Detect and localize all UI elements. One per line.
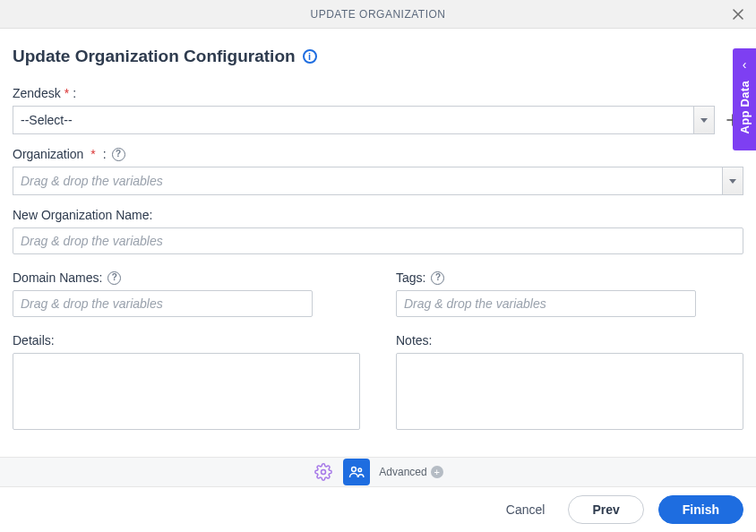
svg-point-0	[322, 470, 326, 475]
svg-point-2	[358, 468, 362, 472]
help-icon[interactable]: ?	[107, 271, 121, 285]
field-zendesk: Zendesk *: --Select--	[13, 86, 743, 134]
tabstrip: Advanced +	[0, 457, 756, 487]
field-notes-label-row: Notes:	[396, 333, 743, 348]
app-data-panel-toggle[interactable]: ‹ App Data	[733, 48, 756, 150]
field-new-org-name-label-row: New Organization Name:	[13, 208, 743, 222]
footer: Cancel Prev Finish	[0, 487, 756, 532]
svg-point-1	[352, 468, 357, 472]
field-notes-label: Notes:	[396, 333, 432, 348]
field-new-org-name: New Organization Name:	[13, 208, 743, 254]
field-domain-names-label-row: Domain Names: ?	[13, 270, 360, 285]
advanced-label: Advanced	[379, 466, 426, 478]
organization-select[interactable]: Drag & drop the variables	[13, 167, 743, 195]
cancel-button[interactable]: Cancel	[497, 497, 554, 522]
required-marker: *	[87, 147, 99, 161]
app-data-label: App Data	[738, 81, 752, 133]
zendesk-select[interactable]: --Select--	[13, 106, 715, 134]
field-tags: Tags: ?	[396, 270, 743, 317]
users-tile-icon[interactable]	[343, 459, 370, 485]
field-details: Details:	[13, 333, 360, 433]
prev-button[interactable]: Prev	[568, 495, 643, 524]
page-title-text: Update Organization Configuration	[13, 47, 296, 66]
finish-button[interactable]: Finish	[658, 495, 743, 524]
titlebar: UPDATE ORGANIZATION	[0, 0, 756, 29]
chevron-down-icon[interactable]	[693, 106, 715, 134]
page-title: Update Organization Configuration i	[13, 47, 743, 66]
help-icon[interactable]: ?	[431, 271, 444, 285]
field-tags-label: Tags:	[396, 270, 425, 285]
form-content: Update Organization Configuration i Zend…	[0, 29, 756, 433]
colon: :	[73, 86, 76, 100]
field-domain-names: Domain Names: ?	[13, 270, 360, 317]
field-zendesk-label-row: Zendesk *:	[13, 86, 743, 100]
field-domain-names-label: Domain Names:	[13, 270, 102, 285]
gear-icon[interactable]	[313, 461, 334, 483]
details-textarea[interactable]	[13, 353, 360, 430]
advanced-button[interactable]: Advanced +	[379, 466, 442, 478]
domain-names-input[interactable]	[13, 290, 313, 317]
notes-textarea[interactable]	[396, 353, 743, 430]
info-icon[interactable]: i	[303, 49, 317, 64]
field-notes: Notes:	[396, 333, 743, 433]
field-details-label: Details:	[13, 333, 55, 348]
colon: :	[103, 147, 107, 161]
close-icon[interactable]	[729, 5, 747, 23]
field-zendesk-label: Zendesk	[13, 86, 61, 100]
dialog-title: UPDATE ORGANIZATION	[310, 8, 445, 21]
field-new-org-name-label: New Organization Name:	[13, 208, 152, 222]
help-icon[interactable]: ?	[112, 148, 125, 161]
chevron-down-icon[interactable]	[722, 167, 743, 195]
field-details-label-row: Details:	[13, 333, 360, 348]
plus-circle-icon: +	[431, 466, 443, 478]
chevron-left-icon: ‹	[743, 57, 747, 72]
field-tags-label-row: Tags: ?	[396, 270, 743, 285]
new-org-name-input[interactable]	[13, 227, 743, 254]
field-organization-label: Organization	[13, 147, 83, 161]
zendesk-select-value: --Select--	[21, 113, 73, 127]
organization-placeholder: Drag & drop the variables	[21, 174, 163, 188]
field-organization: Organization * : ? Drag & drop the varia…	[13, 147, 743, 195]
required-marker: *	[64, 86, 69, 100]
field-organization-label-row: Organization * : ?	[13, 147, 743, 161]
tags-input[interactable]	[396, 290, 696, 317]
